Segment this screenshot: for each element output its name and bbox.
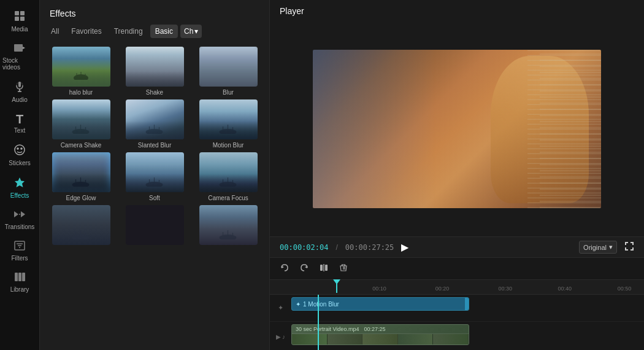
sidebar-item-stickers[interactable]: Stickers <box>0 139 39 171</box>
svg-point-10 <box>15 145 25 155</box>
effect-motion-blur[interactable]: Motion Blur <box>193 99 263 149</box>
effects-panel: Effects All Favorites Trending Basic Ch … <box>40 0 270 350</box>
effect-slanted-blur[interactable]: Slanted Blur <box>120 99 190 149</box>
tab-all[interactable]: All <box>46 25 64 38</box>
svg-rect-60 <box>320 265 323 271</box>
effect-thumb-10 <box>52 205 110 245</box>
sidebar-item-media[interactable]: Media <box>0 5 39 37</box>
thumb-seg-2 <box>328 334 363 345</box>
video-track-icon[interactable]: ▶ <box>276 333 281 340</box>
effect-item-12[interactable] <box>193 205 263 247</box>
sidebar-label-media: Media <box>11 26 28 33</box>
filters-icon <box>13 240 26 253</box>
play-button[interactable]: ▶ <box>401 241 408 253</box>
sidebar-item-transitions[interactable]: Transitions <box>0 204 39 235</box>
effect-blur[interactable]: Blur <box>193 47 263 96</box>
effect-label-halo-blur: halo blur <box>69 89 93 96</box>
delete-button[interactable] <box>336 262 351 276</box>
fullscreen-button[interactable] <box>624 241 634 253</box>
playhead[interactable] <box>336 280 337 293</box>
effect-edge-glow[interactable]: Edge Glow <box>46 152 116 201</box>
stock-videos-icon <box>13 42 26 55</box>
split-button[interactable] <box>316 262 331 276</box>
effect-halo-blur[interactable]: halo blur <box>46 47 116 96</box>
media-icon <box>13 10 26 24</box>
effect-camera-shake[interactable]: Camera Shake <box>46 99 116 149</box>
motion-blur-clip[interactable]: ✦ 1 Motion Blur <box>291 297 469 311</box>
svg-rect-21 <box>22 273 25 281</box>
tab-trending[interactable]: Trending <box>109 25 148 38</box>
effect-thumb-slanted-blur <box>126 99 184 139</box>
tick-0050: 00:50 <box>618 286 632 292</box>
thumb-seg-4 <box>398 334 434 345</box>
effect-thumb-halo-blur <box>52 47 110 87</box>
effect-item-10[interactable] <box>46 205 116 247</box>
effect-soft[interactable]: Soft <box>120 152 190 201</box>
current-time: 00:00:02:04 <box>280 243 328 252</box>
effect-thumb-motion-blur <box>199 99 258 139</box>
effect-thumb-shake <box>126 47 184 87</box>
effect-shake[interactable]: Shake <box>120 47 190 96</box>
tab-basic[interactable]: Basic <box>150 25 178 38</box>
effect-camera-focus[interactable]: Camera Focus <box>193 152 263 201</box>
effects-grid: halo blur Shake Blur Camera Shake <box>40 43 269 251</box>
sidebar-item-effects[interactable]: Effects <box>0 171 39 204</box>
quality-selector[interactable]: Original ▾ <box>579 241 617 254</box>
timeline-section: 00:10 00:20 00:30 00:40 00:50 ✦ ✦ <box>270 257 644 350</box>
effects-icon <box>13 176 26 190</box>
audio-track-icon[interactable]: ♪ <box>282 333 285 340</box>
sidebar-label-text: Text <box>14 127 25 134</box>
player-controls: 00:00:02:04 / 00:00:27:25 ▶ Original ▾ <box>270 236 644 257</box>
sidebar-item-library[interactable]: Library <box>0 266 39 298</box>
svg-rect-19 <box>15 273 18 281</box>
effect-label-camera-focus: Camera Focus <box>208 195 248 201</box>
video-frame <box>313 50 601 208</box>
audio-icon <box>14 80 25 95</box>
sidebar-label-library: Library <box>10 286 29 293</box>
thumb-seg-1 <box>292 334 328 345</box>
svg-rect-20 <box>18 273 21 281</box>
playhead-handle[interactable] <box>333 279 340 284</box>
player-section: Player 00:00:02:04 / 00:00:27:25 <box>270 0 644 257</box>
library-icon <box>13 271 26 284</box>
video-track-content: 30 sec Portrait Video.mp4 00:27:25 <box>291 322 644 350</box>
time-separator: / <box>335 243 337 252</box>
redo-button[interactable] <box>297 262 312 276</box>
chevron-down-icon: ▾ <box>609 243 613 251</box>
tick-0010: 00:10 <box>372 286 386 292</box>
clip-end-handle[interactable] <box>465 298 469 310</box>
sidebar-label-transitions: Transitions <box>5 224 35 230</box>
sidebar-item-filters[interactable]: Filters <box>0 235 39 266</box>
tick-0020: 00:20 <box>435 286 450 292</box>
sidebar-label-audio: Audio <box>12 96 28 103</box>
effects-title: Effects <box>40 0 269 25</box>
effect-label-shake: Shake <box>146 89 163 96</box>
effects-track-icon[interactable]: ✦ <box>278 304 283 312</box>
svg-rect-4 <box>14 44 23 52</box>
svg-marker-59 <box>305 266 307 268</box>
tick-0040: 00:40 <box>558 286 572 292</box>
effect-item-11[interactable] <box>120 205 190 247</box>
effect-label-motion-blur: Motion Blur <box>213 142 244 149</box>
timeline-tracks: ✦ ✦ 1 Motion Blur ▶ ♪ <box>270 295 644 350</box>
effects-tabs: All Favorites Trending Basic Ch ▾ <box>40 25 269 43</box>
stickers-icon <box>13 144 26 158</box>
sidebar-item-stock-videos[interactable]: Stock videos <box>0 37 39 76</box>
tab-more-dropdown[interactable]: Ch ▾ <box>180 25 202 38</box>
svg-rect-9 <box>18 82 21 87</box>
undo-button[interactable] <box>277 262 292 276</box>
effects-track-content: ✦ 1 Motion Blur <box>291 295 644 321</box>
sidebar-item-audio[interactable]: Audio <box>0 76 39 108</box>
svg-rect-2 <box>15 17 19 21</box>
effect-thumb-camera-shake <box>52 99 110 139</box>
sidebar-item-text[interactable]: T Text <box>0 108 39 139</box>
video-track-row: ▶ ♪ 30 sec Portrait Video.mp4 00:27:25 <box>270 322 644 350</box>
video-clip[interactable]: 30 sec Portrait Video.mp4 00:27:25 <box>291 324 469 345</box>
motion-blur-clip-label: 1 Motion Blur <box>303 301 339 308</box>
chevron-down-icon: ▾ <box>194 27 198 36</box>
timeline-toolbar <box>270 258 644 280</box>
svg-rect-61 <box>325 265 328 271</box>
effect-thumb-12 <box>199 205 258 245</box>
player-video <box>270 21 644 236</box>
tab-favorites[interactable]: Favorites <box>66 25 106 38</box>
